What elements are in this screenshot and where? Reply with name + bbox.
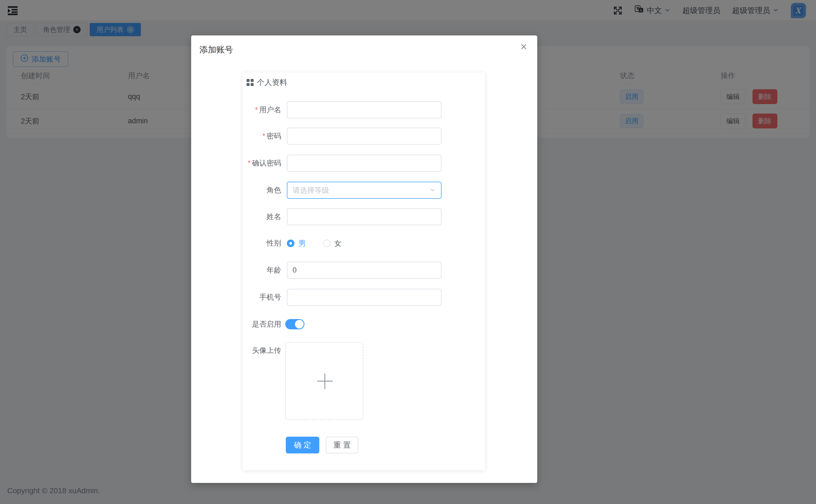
panel-header: 个人资料 <box>247 77 287 88</box>
reset-button[interactable]: 重 置 <box>326 437 358 453</box>
avatar-upload-row: 头像上传 <box>243 342 485 420</box>
form-actions: 确 定 重 置 <box>243 437 485 453</box>
avatar-upload-dropzone[interactable] <box>285 342 363 420</box>
chevron-down-icon <box>429 187 436 194</box>
name-label: 姓名 <box>243 208 281 225</box>
enabled-toggle[interactable] <box>285 319 304 329</box>
female-label[interactable]: 女 <box>334 238 341 248</box>
role-select[interactable]: 请选择等级 <box>287 182 442 199</box>
gender-row: 性别 男 女 <box>243 235 485 252</box>
password-label-text: 密码 <box>267 132 281 140</box>
confirm-password-row: *确认密码 <box>243 155 485 172</box>
age-label: 年龄 <box>243 262 281 279</box>
username-label: *用户名 <box>243 101 281 118</box>
username-field[interactable] <box>287 101 442 118</box>
confirm-password-field[interactable] <box>287 155 442 172</box>
age-row: 年龄 <box>243 262 485 279</box>
gender-radio-group: 男 女 <box>287 235 341 252</box>
age-field[interactable] <box>287 262 442 279</box>
enabled-row: 是否启用 <box>243 316 485 333</box>
confirm-password-label-text: 确认密码 <box>252 159 281 167</box>
role-row: 角色 请选择等级 <box>243 182 485 199</box>
password-row: *密码 <box>243 128 485 145</box>
role-label: 角色 <box>243 182 281 199</box>
panel-title: 个人资料 <box>257 77 287 88</box>
avatar-upload-label: 头像上传 <box>243 342 281 359</box>
submit-button[interactable]: 确 定 <box>286 437 319 453</box>
required-mark: * <box>248 159 251 167</box>
enabled-label: 是否启用 <box>243 316 281 333</box>
profile-panel: 个人资料 *用户名 *密码 *确认密码 角色 请选择等级 <box>243 72 485 470</box>
role-placeholder: 请选择等级 <box>293 185 429 195</box>
required-mark: * <box>255 106 258 114</box>
username-label-text: 用户名 <box>259 106 281 114</box>
plus-icon <box>324 373 325 389</box>
close-icon[interactable]: × <box>517 40 530 53</box>
password-label: *密码 <box>243 128 281 145</box>
confirm-password-label: *确认密码 <box>243 155 281 172</box>
radio-female[interactable] <box>323 240 331 247</box>
male-label[interactable]: 男 <box>298 238 306 248</box>
grid-icon <box>247 79 254 86</box>
gender-label: 性别 <box>243 235 281 252</box>
name-field[interactable] <box>287 208 442 225</box>
radio-dot <box>289 242 292 245</box>
toggle-knob <box>295 320 304 329</box>
dialog-title: 添加账号 <box>200 44 233 55</box>
radio-male[interactable] <box>287 240 294 247</box>
phone-row: 手机号 <box>243 289 485 306</box>
username-row: *用户名 <box>243 101 485 118</box>
password-field[interactable] <box>287 128 442 145</box>
phone-label: 手机号 <box>243 289 281 306</box>
add-account-dialog: 添加账号 × 个人资料 *用户名 *密码 *确认密码 <box>191 35 537 483</box>
phone-field[interactable] <box>287 289 442 306</box>
name-row: 姓名 <box>243 208 485 225</box>
required-mark: * <box>262 132 265 140</box>
